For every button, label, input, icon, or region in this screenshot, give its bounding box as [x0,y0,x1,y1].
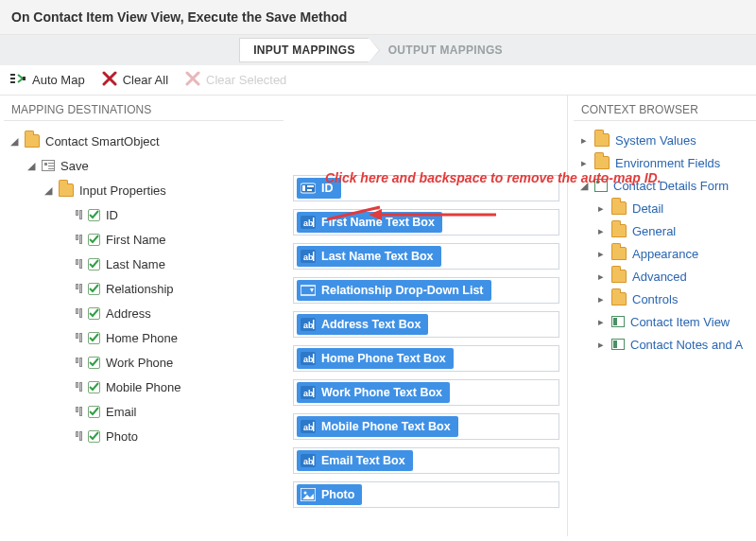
tree-property[interactable]: ◢Last Name [9,252,278,276]
property-icon [76,382,82,392]
mapping-input[interactable]: Relationship Drop-Down List [293,277,559,304]
tree-property[interactable]: ◢Photo [9,424,278,448]
textbox-icon: ab [301,317,316,332]
context-item[interactable]: ▸Contact Notes and A [579,333,750,356]
folder-icon [594,156,610,169]
svg-rect-24 [313,422,315,431]
folder-icon [611,201,627,215]
checkbox-checked-icon[interactable] [88,381,100,393]
tree-property[interactable]: ◢Relationship [9,276,278,301]
context-tree: ▸System Values▸Environment Fields◢Contac… [574,127,756,356]
property-label: Email [106,405,137,419]
tree-property[interactable]: ◢Home Phone [9,325,278,350]
svg-text:ab: ab [303,423,314,432]
mapping-input[interactable]: abEmail Text Box [293,447,559,474]
expander-icon[interactable]: ▸ [596,248,606,260]
property-label: Work Phone [106,356,173,370]
mapping-token[interactable]: abLast Name Text Box [297,246,441,267]
mapping-input[interactable]: abWork Phone Text Box [293,379,559,406]
mapping-input[interactable]: abMobile Phone Text Box [293,413,559,440]
mapping-token[interactable]: abEmail Text Box [297,450,413,471]
token-label: Home Phone Text Box [321,352,446,365]
expander-icon[interactable]: ◢ [9,135,19,148]
checkbox-checked-icon[interactable] [88,234,100,246]
context-item[interactable]: ▸Appearance [579,242,750,265]
automap-label: Auto Map [32,73,85,87]
expander-icon[interactable]: ▸ [596,202,606,215]
dialog-title: On Contact Item View View, Execute the S… [0,0,756,35]
tree-property[interactable]: ◢Email [9,399,278,424]
tree-property[interactable]: ◢ID [9,202,278,227]
mapping-token[interactable]: Photo [297,484,362,505]
mapping-destinations-panel: MAPPING DESTINATIONS ◢ Contact SmartObje… [0,96,284,536]
tree-property[interactable]: ◢Work Phone [9,350,278,375]
checkbox-checked-icon[interactable] [88,357,100,369]
property-label: Mobile Phone [106,380,181,394]
folder-icon [611,270,627,283]
tree-property[interactable]: ◢Address [9,301,278,325]
context-label: Environment Fields [615,156,720,170]
context-item[interactable]: ▸System Values [579,129,750,151]
checkbox-checked-icon[interactable] [88,332,100,344]
tree-label: Contact SmartObject [45,134,160,148]
context-label: Detail [632,201,663,216]
token-label: Email Text Box [321,454,405,467]
tab-output-mappings[interactable]: OUTPUT MAPPINGS [369,38,517,62]
svg-text:ab: ab [303,355,314,364]
context-item[interactable]: ▸General [579,219,750,242]
svg-rect-3 [307,185,314,187]
context-item[interactable]: ▸Detail [579,197,750,219]
mapping-token[interactable]: abHome Phone Text Box [297,348,454,369]
mapping-input[interactable]: abHome Phone Text Box [293,345,559,372]
svg-rect-15 [313,320,315,329]
checkbox-checked-icon[interactable] [88,283,100,295]
mapping-input[interactable]: abLast Name Text Box [293,243,559,270]
tree-inputprops[interactable]: ◢ Input Properties [9,178,278,202]
mapping-token[interactable]: abMobile Phone Text Box [297,416,458,437]
property-icon [76,235,82,244]
automap-button[interactable]: Auto Map [9,72,85,88]
context-label: Contact Notes and A [630,338,743,352]
expander-icon[interactable]: ▸ [579,134,589,147]
mapping-input[interactable]: Photo [293,481,559,508]
tree-property[interactable]: ◢First Name [9,227,278,252]
mapping-input[interactable]: abAddress Text Box [293,311,559,338]
annotation-text: Click here and backspace to remove the a… [325,170,662,187]
tree-method[interactable]: ◢ Save [9,153,278,178]
mapping-token[interactable]: abWork Phone Text Box [297,382,450,403]
expander-icon[interactable]: ◢ [43,184,53,197]
checkbox-checked-icon[interactable] [88,430,100,443]
folder-icon [59,183,74,197]
expander-icon[interactable]: ▸ [596,270,606,283]
context-item[interactable]: ▸Controls [579,288,750,310]
svg-rect-2 [302,185,305,191]
checkbox-checked-icon[interactable] [88,258,100,270]
context-item[interactable]: ▸Contact Item View [579,310,750,333]
property-icon [76,259,82,269]
mapping-token[interactable]: abAddress Text Box [297,314,428,335]
checkbox-checked-icon[interactable] [88,307,100,320]
expander-icon[interactable]: ▸ [596,316,606,328]
tab-input-mappings[interactable]: INPUT MAPPINGS [239,38,369,62]
tree-property[interactable]: ◢Mobile Phone [9,375,278,399]
folder-icon [25,134,40,148]
svg-text:ab: ab [303,218,314,228]
textbox-icon: ab [301,215,316,230]
expander-icon[interactable]: ▸ [596,293,606,305]
mapping-token[interactable]: Relationship Drop-Down List [297,280,491,301]
textbox-icon: ab [301,453,316,468]
clearall-button[interactable]: Clear All [102,71,168,89]
context-label: General [632,224,676,238]
svg-text:ab: ab [303,389,314,398]
svg-text:ab: ab [303,253,314,262]
expander-icon[interactable]: ▸ [596,225,606,237]
context-item[interactable]: ▸Advanced [579,265,750,288]
checkbox-checked-icon[interactable] [88,209,100,221]
checkbox-checked-icon[interactable] [88,406,100,418]
tree-smartobject[interactable]: ◢ Contact SmartObject [9,129,278,153]
expander-icon[interactable]: ◢ [26,160,36,172]
expander-icon[interactable]: ▸ [596,339,606,351]
svg-rect-21 [313,388,315,397]
textbox-icon: ab [301,385,316,400]
expander-icon[interactable]: ▸ [579,157,589,169]
